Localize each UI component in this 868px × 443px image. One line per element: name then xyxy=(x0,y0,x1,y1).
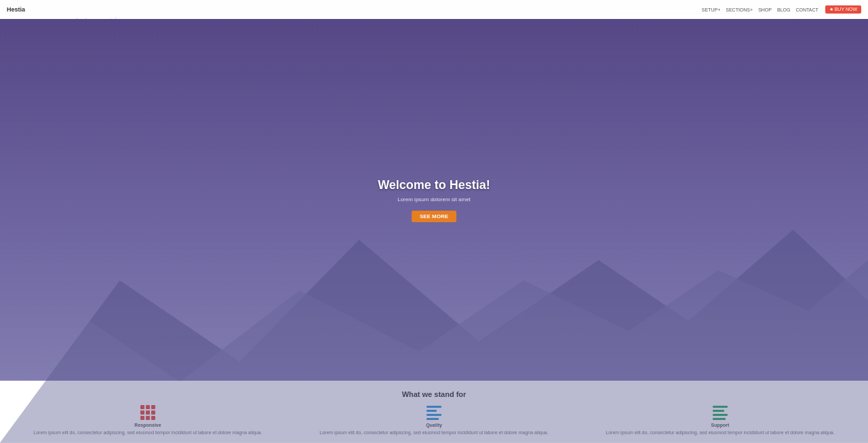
left-column: Hestia By Themeisle Hestia SETUP+ SECTIO… xyxy=(75,14,590,340)
page-wrapper: Hestia By Themeisle Hestia SETUP+ SECTIO… xyxy=(61,0,807,367)
screenshot-container: Hestia SETUP+ SECTIONS+ SHOP BLOG CONTAC… xyxy=(75,46,590,47)
fake-hero: Welcome to Hestia! Lorem ipsum dolorem s… xyxy=(75,46,590,47)
fake-screenshot: Hestia SETUP+ SECTIONS+ SHOP BLOG CONTAC… xyxy=(75,46,590,47)
